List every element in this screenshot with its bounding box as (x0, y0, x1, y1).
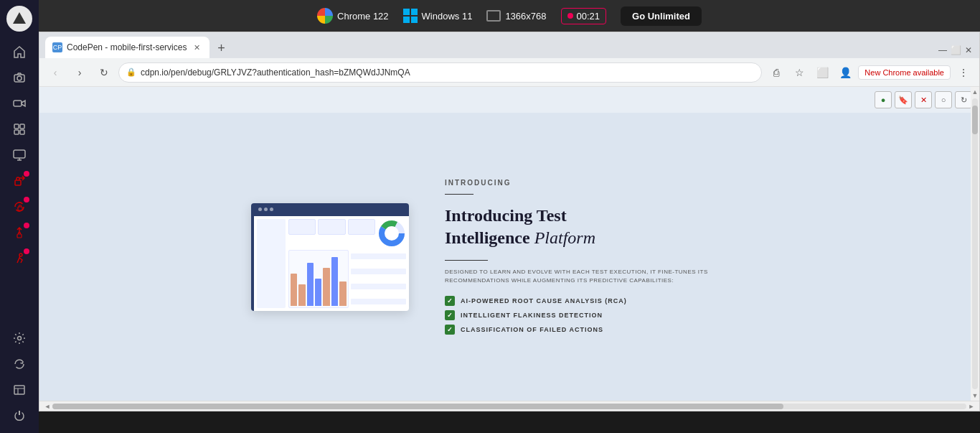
close-button[interactable]: ✕ (963, 45, 974, 55)
sidebar-icon-grid[interactable] (6, 118, 32, 141)
sidebar-icon-person-run[interactable] (6, 247, 32, 270)
nav-bar: ‹ › ↻ 🔒 cdpn.io/pen/debug/GRLYJVZ?authen… (39, 58, 979, 87)
scroll-thumb[interactable] (972, 106, 978, 134)
footer-bar (39, 411, 980, 433)
sidebar-icon-power[interactable] (6, 404, 32, 427)
resolution-label: 1366x768 (505, 11, 546, 22)
dashboard-mockup (251, 203, 409, 311)
check-icon-1: ✓ (445, 296, 455, 306)
profile-button[interactable]: 👤 (835, 62, 855, 83)
feature-list: ✓ AI-POWERED ROOT CAUSE ANALYSIS (RCA) ✓… (445, 296, 768, 335)
svg-point-2 (17, 76, 22, 80)
sidebar-logo[interactable] (6, 6, 32, 32)
mockup-main (288, 219, 406, 308)
sidebar-icon-export-lock[interactable] (6, 169, 32, 192)
check-icon-2: ✓ (445, 310, 455, 320)
sidebar-icon-settings[interactable] (6, 327, 32, 350)
sidebar-icon-camera[interactable] (6, 66, 32, 89)
tab-close-button[interactable]: ✕ (191, 42, 202, 53)
mockup-sidebar (257, 219, 286, 308)
svg-point-13 (18, 337, 22, 340)
browser-content: ● 🔖 ✕ ○ ↻ (39, 87, 979, 401)
timer-label: 00:21 (577, 11, 600, 22)
svg-rect-7 (20, 130, 24, 134)
svg-rect-9 (15, 180, 21, 185)
forward-button[interactable]: › (70, 62, 90, 83)
sidebar-icon-monitor[interactable] (6, 144, 32, 167)
feature-label-1: AI-POWERED ROOT CAUSE ANALYSIS (RCA) (461, 297, 627, 304)
lock-icon: 🔒 (126, 67, 136, 77)
intro-rule (445, 260, 768, 261)
svg-rect-11 (17, 234, 22, 238)
tab-favicon: CP (52, 42, 62, 52)
svg-marker-0 (13, 12, 26, 24)
browser-bottom: ◄ ► (39, 401, 979, 411)
bookmark-button[interactable]: ☆ (789, 62, 809, 83)
extension-button[interactable]: ⬜ (812, 62, 832, 83)
sidebar-icon-video[interactable] (6, 92, 32, 115)
content-toolbar: ● 🔖 ✕ ○ ↻ (39, 87, 979, 113)
scroll-down-arrow[interactable]: ▼ (971, 391, 979, 401)
maximize-button[interactable]: ⬜ (951, 45, 961, 55)
back-button[interactable]: ‹ (45, 62, 65, 83)
top-bar: Chrome 122 Windows 11 1366x768 00:21 Go … (39, 0, 980, 32)
scroll-left-arrow[interactable]: ◄ (42, 401, 52, 411)
sidebar (0, 0, 39, 433)
sidebar-icon-upload-lock[interactable] (6, 221, 32, 244)
intro-content: INTRODUCING Introducing TestIntelligence… (445, 179, 768, 335)
browser-tab[interactable]: CP CodePen - mobile-first-services ✕ (45, 37, 209, 58)
feature-label-2: INTELLIGENT FLAKINESS DETECTION (461, 312, 603, 319)
more-button[interactable]: ⋮ (953, 62, 974, 83)
feature-item-1: ✓ AI-POWERED ROOT CAUSE ANALYSIS (RCA) (445, 296, 768, 306)
check-icon-3: ✓ (445, 325, 455, 335)
windows-icon (403, 9, 418, 23)
toolbar-bookmark-btn[interactable]: 🔖 (895, 91, 912, 108)
horizontal-scrollbar[interactable] (52, 404, 966, 409)
screen-icon (486, 10, 501, 22)
scroll-right-arrow[interactable]: ► (966, 401, 976, 411)
rule-line (445, 260, 488, 261)
nav-actions: ⎙ ☆ ⬜ 👤 New Chrome available ⋮ (766, 62, 974, 83)
svg-rect-5 (20, 124, 24, 129)
sidebar-icon-cycle-lock[interactable] (6, 195, 32, 218)
timer-badge: 00:21 (561, 8, 607, 24)
svg-rect-10 (18, 207, 22, 210)
intro-description: DESIGNED TO LEARN AND EVOLVE WITH EACH T… (445, 268, 768, 287)
svg-rect-4 (14, 124, 19, 129)
toolbar-refresh-btn[interactable]: ↻ (955, 91, 972, 108)
windows-label: Windows 11 (422, 11, 473, 22)
mockup-header (254, 203, 409, 216)
address-bar[interactable]: 🔒 cdpn.io/pen/debug/GRLYJVZ?authenticati… (118, 62, 762, 83)
feature-label-3: CLASSIFICATION OF FAILED ACTIONS (461, 326, 603, 333)
resolution-info: 1366x768 (486, 10, 546, 22)
vertical-scrollbar[interactable]: ▲ ▼ (971, 87, 979, 401)
heading-italic: Platform (534, 228, 595, 247)
timer-dot (567, 13, 573, 19)
address-text: cdpn.io/pen/debug/GRLYJVZ?authentication… (141, 67, 754, 78)
chrome-info: Chrome 122 (317, 8, 389, 24)
h-scroll-thumb[interactable] (52, 404, 783, 409)
heading-line1: Introducing TestIntelligence Platform (445, 206, 595, 247)
go-unlimited-button[interactable]: Go Unlimited (621, 6, 702, 26)
minimize-button[interactable]: — (938, 45, 948, 55)
mockup-body (254, 216, 409, 311)
scroll-up-arrow[interactable]: ▲ (971, 87, 979, 97)
sidebar-icon-table[interactable] (6, 378, 32, 401)
tab-bar: CP CodePen - mobile-first-services ✕ + —… (39, 32, 979, 58)
intro-heading: Introducing TestIntelligence Platform (445, 205, 768, 249)
sidebar-icon-refresh[interactable] (6, 353, 32, 376)
share-button[interactable]: ⎙ (766, 62, 786, 83)
new-tab-button[interactable]: + (211, 38, 231, 58)
browser-window: CP CodePen - mobile-first-services ✕ + —… (39, 32, 980, 411)
new-chrome-badge[interactable]: New Chrome available (858, 65, 951, 80)
scroll-track (972, 98, 978, 389)
toolbar-green-btn[interactable]: ● (875, 91, 892, 108)
toolbar-x-btn[interactable]: ✕ (915, 91, 932, 108)
windows-info: Windows 11 (403, 9, 473, 23)
svg-rect-3 (14, 101, 22, 106)
intro-label: INTRODUCING (445, 179, 768, 187)
refresh-button[interactable]: ↻ (94, 62, 114, 83)
sidebar-icon-home[interactable] (6, 40, 32, 63)
toolbar-circle-btn[interactable]: ○ (935, 91, 952, 108)
chrome-label: Chrome 122 (337, 11, 389, 22)
